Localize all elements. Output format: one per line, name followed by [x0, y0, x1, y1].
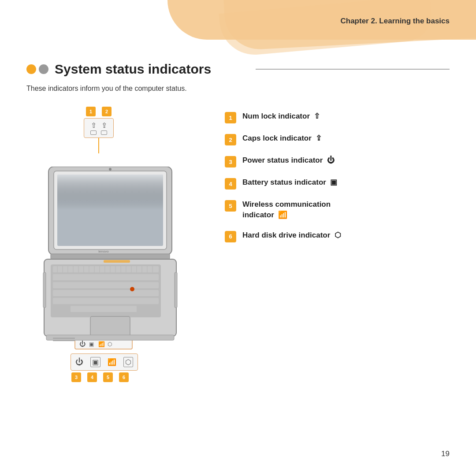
top-indicators-callout: 1 2 ⇧ ⇪ [84, 107, 114, 153]
section-title-row: System status indicators [26, 62, 450, 77]
indicator-item-3: 3 Power status indicator ⏻ [225, 155, 450, 167]
svg-rect-46 [53, 338, 75, 339]
indicator-badge-6: 6 [225, 231, 236, 242]
chapter-title: Chapter 2. Learning the basics [340, 17, 450, 25]
svg-rect-47 [53, 340, 75, 341]
top-indicator-box: ⇧ ⇪ [84, 118, 114, 138]
indicator-badge-2: 2 [225, 134, 236, 145]
svg-rect-12 [53, 290, 159, 296]
bottom-badge-row: 3 4 5 6 [71, 372, 129, 382]
indicator-text-1: Num lock indicator ⇧ [242, 111, 320, 122]
indicator-badge-5: 5 [225, 200, 236, 212]
svg-text:▣: ▣ [89, 341, 94, 347]
svg-point-36 [130, 287, 134, 291]
num-lock-key-icon: ⇧ [90, 121, 97, 135]
indicator-badge-4: 4 [225, 178, 236, 190]
hdd-icon: ⬡ [123, 357, 133, 367]
title-dots [26, 64, 48, 74]
badge-6: 6 [119, 372, 129, 382]
svg-point-5 [109, 168, 112, 171]
top-badge-row: 1 2 [84, 107, 114, 116]
header-decoration [0, 0, 476, 57]
svg-rect-10 [53, 274, 159, 280]
bottom-indicator-box: ⏻ ▣ 📶 ⬡ [71, 353, 138, 371]
svg-rect-6 [51, 254, 170, 259]
svg-rect-9 [53, 266, 159, 272]
laptop-area: 1 2 ⇧ ⇪ [26, 107, 212, 382]
indicator-text-3: Power status indicator ⏻ [242, 155, 335, 166]
badge-2: 2 [102, 107, 112, 116]
badge-1: 1 [86, 107, 96, 116]
dot-gray [39, 64, 48, 74]
svg-rect-14 [71, 306, 137, 312]
main-content: System status indicators These indicator… [26, 62, 450, 382]
indicator-item-5: 5 Wireless communicationindicator 📶 [225, 199, 450, 220]
badge-5: 5 [103, 372, 113, 382]
chapter-header: Chapter 2. Learning the basics [340, 17, 450, 26]
svg-text:📶: 📶 [98, 341, 105, 347]
indicator-text-4: Battery status indicator ▣ [242, 177, 337, 188]
dot-orange [26, 64, 36, 74]
svg-text:lenovo: lenovo [98, 249, 109, 253]
caps-lock-key-icon: ⇪ [101, 121, 107, 135]
svg-text:⬡: ⬡ [108, 341, 112, 347]
title-line [256, 69, 450, 70]
svg-rect-11 [53, 282, 159, 288]
laptop-illustration: lenovo [26, 167, 212, 362]
badge-4: 4 [87, 372, 97, 382]
badge-3: 3 [71, 372, 81, 382]
svg-rect-38 [175, 272, 177, 308]
section-title: System status indicators [55, 62, 249, 77]
content-layout: 1 2 ⇧ ⇪ [26, 107, 450, 382]
indicator-item-4: 4 Battery status indicator ▣ [225, 177, 450, 190]
power-icon: ⏻ [75, 357, 83, 367]
connector-top [98, 138, 99, 153]
indicator-badge-3: 3 [225, 156, 236, 167]
svg-rect-3 [57, 175, 163, 210]
svg-rect-37 [43, 272, 46, 308]
indicator-text-5: Wireless communicationindicator 📶 [242, 199, 331, 220]
indicator-item-1: 1 Num lock indicator ⇧ [225, 111, 450, 123]
indicator-item-6: 6 Hard disk drive indicator ⬡ [225, 230, 450, 242]
wireless-icon: 📶 [108, 358, 116, 366]
svg-rect-13 [53, 298, 159, 304]
indicator-badge-1: 1 [225, 112, 236, 123]
indicator-item-2: 2 Caps lock indicator ⇪ [225, 133, 450, 145]
indicator-text-2: Caps lock indicator ⇪ [242, 133, 322, 144]
section-description: These indicators inform you of the compu… [26, 85, 450, 93]
page-number: 19 [441, 450, 450, 458]
indicators-list: 1 Num lock indicator ⇧ 2 Caps lock indic… [225, 107, 450, 242]
svg-text:⏻: ⏻ [79, 340, 86, 347]
svg-rect-35 [104, 260, 130, 263]
indicator-text-6: Hard disk drive indicator ⬡ [242, 230, 341, 241]
battery-icon: ▣ [90, 357, 100, 367]
